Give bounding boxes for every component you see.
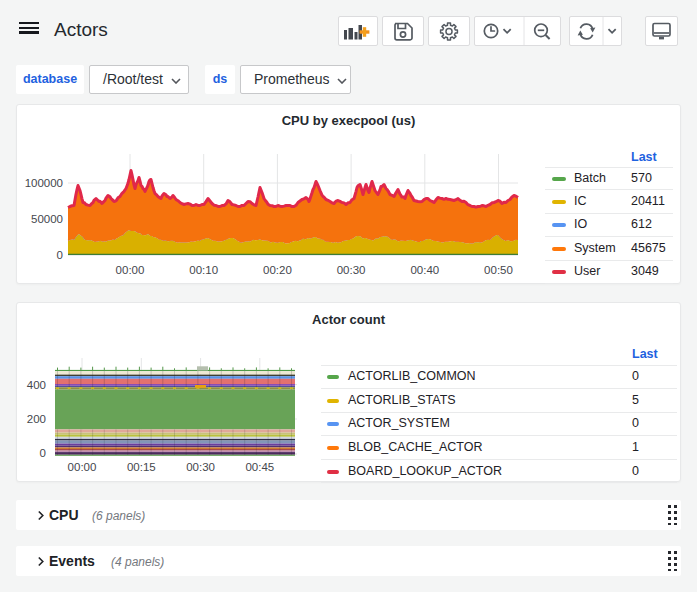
svg-text:400: 400 [27, 379, 46, 391]
svg-text:00:00: 00:00 [68, 461, 97, 473]
svg-text:200: 200 [27, 413, 46, 425]
svg-text:50000: 50000 [31, 213, 63, 225]
svg-text:00:50: 00:50 [484, 264, 513, 276]
svg-text:00:00: 00:00 [116, 264, 145, 276]
svg-text:00:20: 00:20 [263, 264, 292, 276]
svg-text:00:15: 00:15 [127, 461, 156, 473]
svg-text:00:45: 00:45 [245, 461, 274, 473]
svg-text:100000: 100000 [25, 177, 63, 189]
svg-text:00:30: 00:30 [337, 264, 366, 276]
svg-text:0: 0 [40, 447, 46, 459]
svg-text:00:30: 00:30 [186, 461, 215, 473]
svg-text:00:10: 00:10 [189, 264, 218, 276]
svg-text:0: 0 [57, 249, 63, 261]
svg-text:00:40: 00:40 [410, 264, 439, 276]
